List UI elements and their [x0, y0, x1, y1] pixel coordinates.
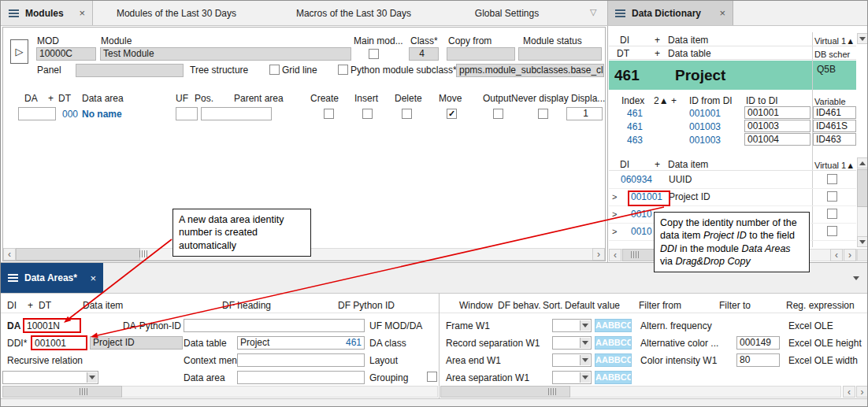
- scrollbar-thumb[interactable]: [2, 386, 122, 398]
- virtual-checkbox[interactable]: [827, 191, 837, 202]
- pane-divider[interactable]: [439, 294, 440, 398]
- scrollbar-grip[interactable]: [631, 251, 639, 258]
- link-variable-field[interactable]: ID461S: [813, 120, 856, 132]
- scroll-left-button[interactable]: ‹: [830, 249, 843, 261]
- item-row[interactable]: 060934 UUID: [609, 172, 856, 189]
- data-area-name[interactable]: No name: [82, 109, 122, 120]
- add-icon[interactable]: +: [48, 94, 54, 104]
- area-separation-select[interactable]: [552, 371, 592, 384]
- tab-overflow-icon[interactable]: ▽: [590, 7, 596, 17]
- scrollbar-thumb[interactable]: [857, 169, 868, 207]
- move-checkbox[interactable]: ✓: [447, 109, 457, 119]
- scroll-up-button[interactable]: [857, 157, 868, 168]
- link-from-di[interactable]: 001001: [689, 109, 721, 119]
- area-end-select[interactable]: [552, 353, 592, 367]
- grid-line-checkbox[interactable]: [269, 65, 280, 75]
- add-icon[interactable]: +: [671, 96, 677, 106]
- tab-data-areas[interactable]: Data Areas* ×: [1, 263, 103, 293]
- copy-from-field[interactable]: [447, 47, 515, 61]
- add-icon[interactable]: +: [655, 160, 660, 170]
- tab-modules-last-30-days[interactable]: Modules of the Last 30 Days: [93, 1, 260, 25]
- expander-icon[interactable]: >: [612, 192, 617, 202]
- scroll-left-button[interactable]: ‹: [843, 386, 855, 398]
- scroll-right-button[interactable]: ›: [856, 386, 868, 398]
- module-name-field[interactable]: Test Module: [100, 47, 351, 61]
- add-icon[interactable]: +: [655, 49, 660, 59]
- menu-icon[interactable]: [9, 9, 19, 17]
- tab-macros-last-30-days[interactable]: Macros of the Last 30 Days: [267, 1, 440, 25]
- tab-modules[interactable]: Modules ×: [2, 1, 93, 25]
- menu-icon[interactable]: [8, 274, 18, 282]
- class-select[interactable]: 4: [409, 47, 439, 61]
- link-from-di[interactable]: 001003: [689, 122, 721, 132]
- chevron-down-icon[interactable]: [580, 372, 590, 383]
- scrollbar-thumb[interactable]: [16, 248, 140, 261]
- create-checkbox[interactable]: [324, 109, 334, 119]
- close-icon[interactable]: ×: [719, 8, 725, 18]
- main-module-checkbox[interactable]: [369, 49, 379, 59]
- parent-area-field[interactable]: [201, 107, 272, 120]
- tab-global-settings[interactable]: Global Settings: [446, 1, 568, 25]
- ddi-select[interactable]: 001001: [31, 335, 87, 350]
- expander-icon[interactable]: >: [612, 227, 617, 237]
- tab-data-dictionary[interactable]: Data Dictionary ×: [607, 1, 733, 25]
- color-intensity-field[interactable]: 80: [736, 353, 780, 367]
- never-display-checkbox[interactable]: [538, 109, 548, 119]
- recursive-relation-select[interactable]: [2, 371, 98, 384]
- chevron-down-icon[interactable]: [580, 355, 590, 365]
- python-subclass-field[interactable]: ppms.module_subclasses.base_clas: [456, 64, 604, 77]
- link-to-di-field[interactable]: 001001: [744, 106, 811, 119]
- data-table-field[interactable]: Project 461: [237, 336, 365, 350]
- run-module-button[interactable]: ▷: [10, 39, 28, 64]
- chevron-down-icon[interactable]: [580, 338, 590, 348]
- context-menu-field[interactable]: [237, 353, 365, 367]
- chevron-down-icon[interactable]: [580, 320, 590, 331]
- chevron-down-icon[interactable]: [853, 276, 859, 280]
- frame-w1-select[interactable]: [552, 319, 592, 332]
- close-icon[interactable]: ×: [90, 273, 96, 283]
- color-swatch-field[interactable]: AABBCC: [595, 353, 632, 367]
- color-swatch-field[interactable]: AABBCC: [595, 336, 632, 350]
- add-icon[interactable]: +: [28, 301, 33, 311]
- color-swatch-field[interactable]: AABBCC: [595, 371, 632, 384]
- scrollbar-grip[interactable]: [80, 388, 87, 395]
- link-to-di-field[interactable]: 001004: [744, 133, 811, 146]
- scrollbar-grip[interactable]: [548, 388, 556, 395]
- data-area-field[interactable]: [237, 371, 365, 384]
- scroll-down-button[interactable]: [857, 236, 868, 247]
- delete-checkbox[interactable]: [402, 109, 412, 119]
- da-id-field[interactable]: 10001N: [23, 318, 81, 333]
- module-status-field[interactable]: [518, 47, 602, 61]
- scroll-left-button[interactable]: ‹: [609, 249, 621, 261]
- uf-field[interactable]: [176, 107, 198, 120]
- add-icon[interactable]: +: [655, 35, 660, 46]
- da-python-id-field[interactable]: [184, 319, 365, 332]
- scroll-right-button[interactable]: ›: [844, 249, 856, 261]
- link-to-di-field[interactable]: 001003: [744, 120, 811, 132]
- virtual-checkbox[interactable]: [827, 209, 837, 219]
- ddi-item-field[interactable]: Project ID: [90, 336, 183, 350]
- close-icon[interactable]: ×: [79, 8, 85, 18]
- scroll-right-button[interactable]: ›: [592, 248, 605, 261]
- link-from-di[interactable]: 001003: [689, 135, 721, 146]
- chevron-down-icon[interactable]: [87, 372, 97, 383]
- scrollbar-grip[interactable]: [139, 250, 147, 257]
- panel-field[interactable]: [76, 64, 184, 77]
- output-checkbox[interactable]: [493, 109, 503, 119]
- mod-field[interactable]: 10000C: [36, 47, 96, 61]
- menu-icon[interactable]: [615, 9, 625, 17]
- record-separation-select[interactable]: [552, 336, 592, 350]
- scroll-left-button[interactable]: ‹: [3, 248, 16, 261]
- virtual-checkbox[interactable]: [827, 226, 837, 236]
- python-subclass-checkbox[interactable]: [338, 65, 348, 75]
- alternative-color-field[interactable]: 000149: [736, 336, 780, 350]
- panel-menu-button[interactable]: [857, 33, 868, 44]
- display-select[interactable]: 1: [566, 107, 603, 120]
- expander-icon[interactable]: >: [612, 209, 617, 220]
- link-variable-field[interactable]: ID461: [813, 106, 856, 119]
- link-variable-field[interactable]: ID463: [813, 133, 856, 146]
- insert-checkbox[interactable]: [362, 109, 373, 119]
- virtual-checkbox[interactable]: [827, 174, 837, 184]
- grouping-checkbox[interactable]: [427, 372, 437, 382]
- da-input[interactable]: [18, 107, 56, 120]
